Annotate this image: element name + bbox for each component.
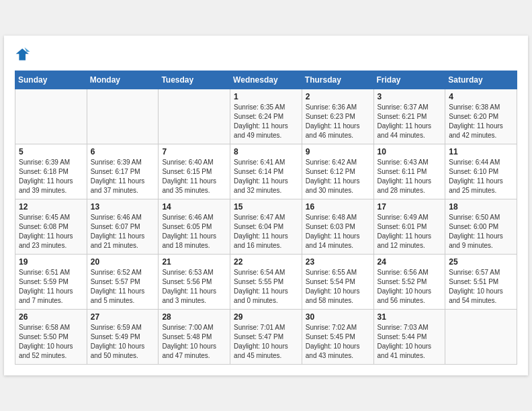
day-info: Sunrise: 6:46 AM Sunset: 6:07 PM Dayligh… [91,213,155,250]
day-info: Sunrise: 6:43 AM Sunset: 6:11 PM Dayligh… [378,158,442,195]
calendar-cell: 4Sunrise: 6:38 AM Sunset: 6:20 PM Daylig… [445,89,517,144]
weekday-header-saturday: Saturday [445,71,517,89]
day-number: 18 [449,202,513,212]
day-info: Sunrise: 6:57 AM Sunset: 5:51 PM Dayligh… [449,268,513,306]
day-info: Sunrise: 7:03 AM Sunset: 5:44 PM Dayligh… [378,323,442,361]
day-number: 4 [449,92,513,101]
day-info: Sunrise: 6:47 AM Sunset: 6:04 PM Dayligh… [234,213,298,250]
calendar-cell: 13Sunrise: 6:46 AM Sunset: 6:07 PM Dayli… [87,199,159,255]
calendar-cell: 29Sunrise: 7:01 AM Sunset: 5:47 PM Dayli… [230,310,302,365]
calendar-cell: 21Sunrise: 6:53 AM Sunset: 5:56 PM Dayli… [159,255,230,310]
day-number: 1 [234,92,298,101]
weekday-header-wednesday: Wednesday [230,71,302,89]
calendar-table: SundayMondayTuesdayWednesdayThursdayFrid… [15,71,517,365]
weekday-header-row: SundayMondayTuesdayWednesdayThursdayFrid… [15,71,517,89]
weekday-header-thursday: Thursday [302,71,373,89]
weekday-header-monday: Monday [87,71,159,89]
day-info: Sunrise: 6:40 AM Sunset: 6:15 PM Dayligh… [162,158,226,195]
day-number: 14 [162,202,226,212]
day-info: Sunrise: 6:52 AM Sunset: 5:57 PM Dayligh… [91,268,155,306]
calendar-cell: 12Sunrise: 6:45 AM Sunset: 6:08 PM Dayli… [15,199,87,255]
calendar-cell: 16Sunrise: 6:48 AM Sunset: 6:03 PM Dayli… [302,199,373,255]
day-info: Sunrise: 6:45 AM Sunset: 6:08 PM Dayligh… [19,213,83,250]
day-number: 25 [449,257,513,267]
day-number: 30 [306,312,370,322]
day-number: 16 [306,202,370,212]
day-info: Sunrise: 6:39 AM Sunset: 6:17 PM Dayligh… [91,158,155,195]
weekday-header-friday: Friday [373,71,445,89]
day-number: 21 [162,257,226,267]
calendar-cell: 26Sunrise: 6:58 AM Sunset: 5:50 PM Dayli… [15,310,87,365]
calendar-cell: 14Sunrise: 6:46 AM Sunset: 6:05 PM Dayli… [159,199,230,255]
calendar-cell: 3Sunrise: 6:37 AM Sunset: 6:21 PM Daylig… [373,89,445,144]
day-number: 12 [19,202,83,212]
calendar-week-row: 5Sunrise: 6:39 AM Sunset: 6:18 PM Daylig… [15,144,517,199]
calendar-cell: 17Sunrise: 6:49 AM Sunset: 6:01 PM Dayli… [373,199,445,255]
day-number: 31 [378,312,442,322]
calendar-cell: 19Sunrise: 6:51 AM Sunset: 5:59 PM Dayli… [15,255,87,310]
day-info: Sunrise: 7:01 AM Sunset: 5:47 PM Dayligh… [234,323,298,361]
calendar-cell: 23Sunrise: 6:55 AM Sunset: 5:54 PM Dayli… [302,255,373,310]
calendar-cell: 20Sunrise: 6:52 AM Sunset: 5:57 PM Dayli… [87,255,159,310]
day-info: Sunrise: 6:49 AM Sunset: 6:01 PM Dayligh… [378,213,442,250]
day-info: Sunrise: 6:48 AM Sunset: 6:03 PM Dayligh… [306,213,370,250]
day-info: Sunrise: 6:46 AM Sunset: 6:05 PM Dayligh… [162,213,226,250]
calendar-cell [15,89,87,144]
day-number: 24 [378,257,442,267]
calendar-cell: 2Sunrise: 6:36 AM Sunset: 6:23 PM Daylig… [302,89,373,144]
day-info: Sunrise: 6:59 AM Sunset: 5:49 PM Dayligh… [91,323,155,361]
day-info: Sunrise: 6:38 AM Sunset: 6:20 PM Dayligh… [449,103,513,140]
calendar-header [15,46,517,62]
logo-icon [15,46,31,62]
day-number: 22 [234,257,298,267]
calendar-cell: 18Sunrise: 6:50 AM Sunset: 6:00 PM Dayli… [445,199,517,255]
calendar-week-row: 19Sunrise: 6:51 AM Sunset: 5:59 PM Dayli… [15,255,517,310]
day-number: 17 [378,202,442,212]
calendar-cell: 28Sunrise: 7:00 AM Sunset: 5:48 PM Dayli… [159,310,230,365]
day-info: Sunrise: 6:39 AM Sunset: 6:18 PM Dayligh… [19,158,83,195]
day-number: 7 [162,147,226,156]
day-number: 28 [162,312,226,322]
calendar-cell: 31Sunrise: 7:03 AM Sunset: 5:44 PM Dayli… [373,310,445,365]
day-info: Sunrise: 6:58 AM Sunset: 5:50 PM Dayligh… [19,323,83,361]
day-info: Sunrise: 6:36 AM Sunset: 6:23 PM Dayligh… [306,103,370,140]
day-number: 9 [306,147,370,156]
day-number: 26 [19,312,83,322]
calendar-cell: 30Sunrise: 7:02 AM Sunset: 5:45 PM Dayli… [302,310,373,365]
day-number: 27 [91,312,155,322]
calendar-week-row: 12Sunrise: 6:45 AM Sunset: 6:08 PM Dayli… [15,199,517,255]
day-info: Sunrise: 6:50 AM Sunset: 6:00 PM Dayligh… [449,213,513,250]
calendar-cell [87,89,159,144]
calendar-cell: 24Sunrise: 6:56 AM Sunset: 5:52 PM Dayli… [373,255,445,310]
logo [15,46,32,62]
day-info: Sunrise: 6:55 AM Sunset: 5:54 PM Dayligh… [306,268,370,306]
day-number: 15 [234,202,298,212]
day-info: Sunrise: 7:00 AM Sunset: 5:48 PM Dayligh… [162,323,226,361]
day-number: 5 [19,147,83,156]
day-number: 8 [234,147,298,156]
calendar-cell: 7Sunrise: 6:40 AM Sunset: 6:15 PM Daylig… [159,144,230,199]
calendar-cell: 25Sunrise: 6:57 AM Sunset: 5:51 PM Dayli… [445,255,517,310]
day-number: 20 [91,257,155,267]
day-number: 3 [378,92,442,101]
day-info: Sunrise: 6:53 AM Sunset: 5:56 PM Dayligh… [162,268,226,306]
day-info: Sunrise: 6:35 AM Sunset: 6:24 PM Dayligh… [234,103,298,140]
calendar-cell: 27Sunrise: 6:59 AM Sunset: 5:49 PM Dayli… [87,310,159,365]
day-info: Sunrise: 6:42 AM Sunset: 6:12 PM Dayligh… [306,158,370,195]
calendar-cell: 10Sunrise: 6:43 AM Sunset: 6:11 PM Dayli… [373,144,445,199]
day-info: Sunrise: 6:41 AM Sunset: 6:14 PM Dayligh… [234,158,298,195]
calendar-cell: 8Sunrise: 6:41 AM Sunset: 6:14 PM Daylig… [230,144,302,199]
day-number: 6 [91,147,155,156]
calendar-cell [445,310,517,365]
day-number: 2 [306,92,370,101]
day-number: 23 [306,257,370,267]
calendar-cell: 22Sunrise: 6:54 AM Sunset: 5:55 PM Dayli… [230,255,302,310]
calendar-cell: 6Sunrise: 6:39 AM Sunset: 6:17 PM Daylig… [87,144,159,199]
calendar-week-row: 26Sunrise: 6:58 AM Sunset: 5:50 PM Dayli… [15,310,517,365]
day-info: Sunrise: 6:44 AM Sunset: 6:10 PM Dayligh… [449,158,513,195]
day-info: Sunrise: 6:51 AM Sunset: 5:59 PM Dayligh… [19,268,83,306]
day-number: 10 [378,147,442,156]
weekday-header-tuesday: Tuesday [159,71,230,89]
weekday-header-sunday: Sunday [15,71,87,89]
day-info: Sunrise: 7:02 AM Sunset: 5:45 PM Dayligh… [306,323,370,361]
